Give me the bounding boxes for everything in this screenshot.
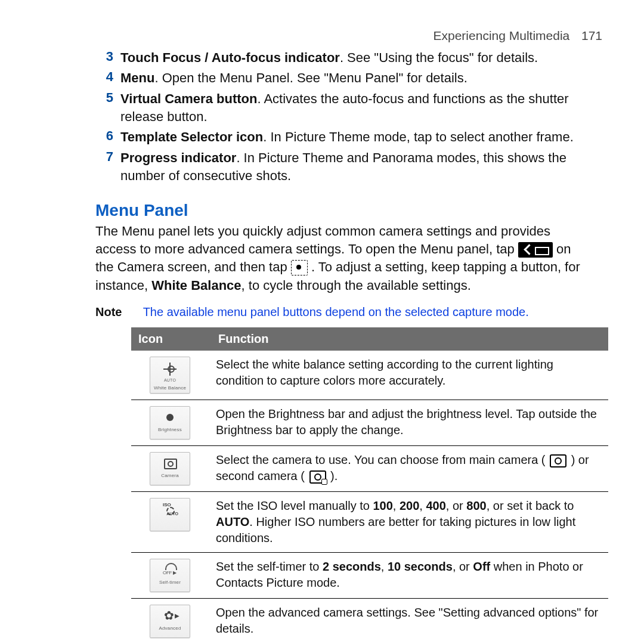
function-text: Open the Brightness bar and adjust the b… (211, 400, 608, 446)
self-timer-icon: Self-timer (150, 559, 190, 592)
running-header: Experiencing Multimedia 171 (36, 29, 608, 43)
menu-panel-tap-icon (518, 242, 553, 258)
list-item: 5 Virtual Camera button. Activates the a… (95, 90, 608, 126)
list-number: 4 (95, 69, 120, 87)
section-heading: Menu Panel (95, 201, 608, 220)
page-number: 171 (581, 29, 602, 42)
second-camera-icon (309, 470, 326, 484)
note-label: Note (95, 305, 122, 318)
iso-icon (150, 498, 190, 531)
column-header-icon: Icon (131, 327, 211, 351)
function-text: Open the advanced camera settings. See "… (211, 599, 608, 644)
list-text: . In Picture Theme mode, tap to select a… (263, 129, 574, 144)
list-term: Template Selector icon (120, 129, 263, 144)
function-text: Select the camera to use. You can choose… (211, 446, 608, 492)
icon-function-table: Icon Function AUTO White Balance Select … (131, 327, 608, 644)
list-term: Progress indicator (120, 150, 236, 165)
column-header-function: Function (211, 327, 608, 351)
list-number: 6 (95, 128, 120, 146)
function-text: Select the white balance setting accordi… (211, 351, 608, 400)
note-line: Note The available menu panel buttons de… (95, 305, 608, 319)
note-text: The available menu panel buttons depend … (143, 305, 529, 318)
section-name: Experiencing Multimedia (434, 29, 570, 42)
body-paragraph: The Menu panel lets you quickly adjust c… (95, 222, 590, 295)
list-item: 4 Menu. Open the Menu Panel. See "Menu P… (95, 69, 608, 87)
list-item: 7 Progress indicator. In Picture Theme a… (95, 149, 608, 185)
list-number: 5 (95, 90, 120, 126)
function-text: Set the ISO level manually to 100, 200, … (211, 492, 608, 553)
main-camera-icon (550, 454, 566, 467)
brightness-icon: Brightness (150, 406, 190, 439)
table-row: Self-timer Set the self-timer to 2 secon… (131, 553, 608, 599)
list-item: 3 Touch Focus / Auto-focus indicator. Se… (95, 49, 608, 67)
function-text: Set the self-timer to 2 seconds, 10 seco… (211, 553, 608, 599)
callout-list: 3 Touch Focus / Auto-focus indicator. Se… (95, 49, 608, 185)
white-balance-icon: AUTO White Balance (150, 357, 190, 394)
list-term: Menu (120, 70, 154, 85)
table-row: Advanced Open the advanced camera settin… (131, 599, 608, 644)
manual-page: Experiencing Multimedia 171 3 Touch Focu… (0, 0, 644, 644)
list-term: Virtual Camera button (120, 91, 257, 106)
list-text: . See "Using the focus" for details. (340, 50, 538, 65)
camera-select-icon: Camera (150, 452, 190, 485)
menu-target-icon (291, 260, 308, 275)
list-item: 6 Template Selector icon. In Picture The… (95, 128, 608, 146)
advanced-icon: Advanced (150, 605, 190, 638)
list-text: . Open the Menu Panel. See "Menu Panel" … (154, 70, 467, 85)
table-row: Camera Select the camera to use. You can… (131, 446, 608, 492)
table-row: AUTO White Balance Select the white bala… (131, 351, 608, 400)
table-row: Set the ISO level manually to 100, 200, … (131, 492, 608, 553)
list-number: 7 (95, 149, 120, 185)
list-number: 3 (95, 49, 120, 67)
list-term: Touch Focus / Auto-focus indicator (120, 50, 340, 65)
table-row: Brightness Open the Brightness bar and a… (131, 400, 608, 446)
